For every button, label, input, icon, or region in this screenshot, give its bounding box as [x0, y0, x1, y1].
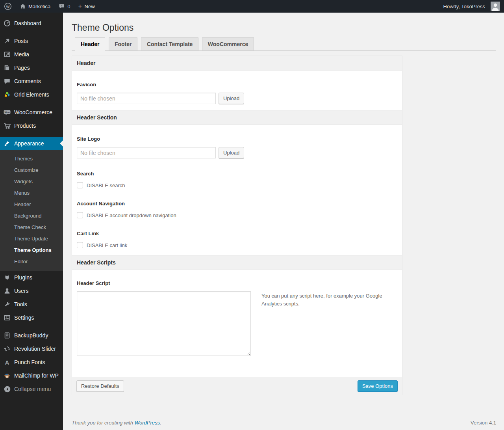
save-options-button[interactable]: Save Options — [358, 380, 398, 392]
settings-sliders-icon — [3, 314, 11, 322]
disable-cart-link-label: DISABLE cart link — [87, 242, 127, 248]
section-header-header-section: Header Section — [72, 110, 402, 125]
header-script-label: Header Script — [77, 280, 397, 286]
grid-elements-icon — [3, 91, 11, 99]
svg-text:Woo: Woo — [5, 111, 10, 114]
sidebar-item-revolution-slider[interactable]: Revolution Slider — [0, 342, 63, 356]
sidebar-item-tools[interactable]: Tools — [0, 298, 63, 311]
site-name-button[interactable]: Marketica — [16, 0, 54, 13]
favicon-label: Favicon — [77, 82, 397, 87]
submenu-item-editor[interactable]: Editor — [0, 256, 63, 267]
sidebar-item-punch-fonts[interactable]: A Punch Fonts — [0, 356, 63, 369]
sidebar-item-mailchimp[interactable]: MailChimp for WP — [0, 369, 63, 382]
account-navigation-field: Account Navigation DISABLE account dropd… — [72, 201, 402, 218]
submenu-item-header[interactable]: Header — [0, 199, 63, 210]
version-text: Version 4.1 — [471, 420, 496, 426]
dashboard-icon — [3, 19, 11, 27]
sidebar-item-woocommerce[interactable]: Woo WooCommerce — [0, 106, 63, 119]
header-script-textarea[interactable] — [77, 291, 251, 356]
sidebar-item-media[interactable]: Media — [0, 48, 63, 61]
tab-bar: Header Footer Contact Template WooCommer… — [72, 37, 496, 51]
tab-footer[interactable]: Footer — [109, 37, 138, 51]
products-cart-icon — [3, 122, 11, 130]
restore-defaults-button[interactable]: Restore Defaults — [76, 380, 124, 392]
section-header-header-scripts: Header Scripts — [72, 255, 402, 270]
svg-text:W: W — [6, 4, 10, 9]
submenu-item-menus[interactable]: Menus — [0, 187, 63, 199]
footer-thanks: Thank you for creating with WordPress. — [72, 420, 161, 426]
disable-search-checkbox[interactable] — [77, 182, 83, 188]
punch-fonts-icon: A — [3, 358, 11, 366]
submenu-item-customize[interactable]: Customize — [0, 164, 63, 176]
site-logo-upload-button[interactable]: Upload — [219, 147, 244, 158]
submenu-item-background[interactable]: Background — [0, 210, 63, 222]
woocommerce-icon: Woo — [3, 108, 11, 116]
users-icon — [3, 287, 11, 295]
sidebar-item-posts[interactable]: Posts — [0, 34, 63, 48]
site-logo-file-input[interactable] — [77, 147, 216, 158]
page-footer: Thank you for creating with WordPress. V… — [72, 420, 496, 426]
submenu-item-widgets[interactable]: Widgets — [0, 176, 63, 187]
disable-account-nav-label: DISABLE account dropdown navigation — [87, 212, 176, 218]
account-navigation-label: Account Navigation — [77, 201, 397, 207]
submenu-item-theme-check[interactable]: Theme Check — [0, 222, 63, 233]
wordpress-link[interactable]: WordPress — [135, 420, 160, 426]
sidebar-item-comments[interactable]: Comments — [0, 74, 63, 88]
tab-woocommerce[interactable]: WooCommerce — [202, 37, 254, 51]
favicon-field: Favicon Upload — [72, 82, 402, 110]
media-icon — [3, 50, 11, 58]
header-script-field: Header Script You can put any script her… — [72, 280, 402, 356]
backupbuddy-icon — [3, 331, 11, 339]
favicon-upload-button[interactable]: Upload — [219, 93, 244, 104]
header-script-hint: You can put any script here, for example… — [261, 292, 384, 308]
sidebar-item-dashboard[interactable]: Dashboard — [0, 17, 63, 30]
site-logo-label: Site Logo — [77, 136, 397, 142]
sidebar-item-grid-elements[interactable]: Grid Elements — [0, 88, 63, 101]
plugins-icon — [3, 274, 11, 281]
submenu-item-theme-options[interactable]: Theme Options — [0, 244, 63, 256]
favicon-file-input[interactable] — [77, 93, 216, 104]
menu-separator — [0, 324, 63, 329]
collapse-arrow-icon — [3, 385, 11, 393]
disable-account-nav-checkbox[interactable] — [77, 212, 83, 218]
comment-count: 0 — [67, 4, 70, 9]
disable-cart-link-checkbox[interactable] — [77, 242, 83, 248]
sidebar-item-plugins[interactable]: Plugins — [0, 271, 63, 284]
disable-search-label: DISABLE search — [87, 182, 125, 188]
sidebar-item-backupbuddy[interactable]: BackupBuddy — [0, 329, 63, 342]
collapse-menu-button[interactable]: Collapse menu — [0, 382, 63, 396]
tab-header[interactable]: Header — [75, 37, 105, 51]
sidebar-item-settings[interactable]: Settings — [0, 311, 63, 324]
sidebar-item-users[interactable]: Users — [0, 284, 63, 298]
cart-link-field: Cart Link DISABLE cart link — [72, 231, 402, 255]
new-button[interactable]: + New — [74, 0, 99, 13]
sidebar-item-appearance[interactable]: Appearance — [0, 137, 63, 150]
section-header-header: Header — [72, 56, 402, 71]
search-label: Search — [77, 171, 397, 177]
comments-admin-bar-button[interactable]: 0 — [54, 0, 74, 13]
theme-options-panel: Header Favicon Upload Header Section Sit… — [72, 56, 402, 395]
admin-bar: W Marketica 0 + New Howdy, TokoPress — [0, 0, 504, 13]
menu-separator — [0, 132, 63, 137]
search-field: Search DISABLE search — [72, 171, 402, 188]
account-menu[interactable]: Howdy, TokoPress — [439, 0, 504, 13]
cart-link-label: Cart Link — [77, 231, 397, 236]
sidebar-item-pages[interactable]: Pages — [0, 61, 63, 74]
menu-separator — [0, 101, 63, 106]
wordpress-logo-button[interactable]: W — [0, 0, 16, 13]
submenu-item-theme-update[interactable]: Theme Update — [0, 233, 63, 244]
new-label: New — [85, 4, 95, 9]
panel-footer: Restore Defaults Save Options — [72, 377, 402, 395]
site-logo-field: Site Logo Upload — [72, 136, 402, 158]
plus-icon: + — [78, 3, 82, 9]
revolution-slider-icon — [3, 345, 11, 353]
submenu-item-themes[interactable]: Themes — [0, 153, 63, 164]
posts-icon — [3, 37, 11, 45]
sidebar-item-products[interactable]: Products — [0, 119, 63, 132]
tab-contact-template[interactable]: Contact Template — [141, 37, 198, 51]
howdy-text: Howdy, TokoPress — [443, 4, 485, 9]
mailchimp-monkey-icon — [3, 372, 11, 380]
comments-icon — [3, 77, 11, 85]
tools-wrench-icon — [3, 300, 11, 308]
comment-bubble-icon — [58, 3, 65, 9]
